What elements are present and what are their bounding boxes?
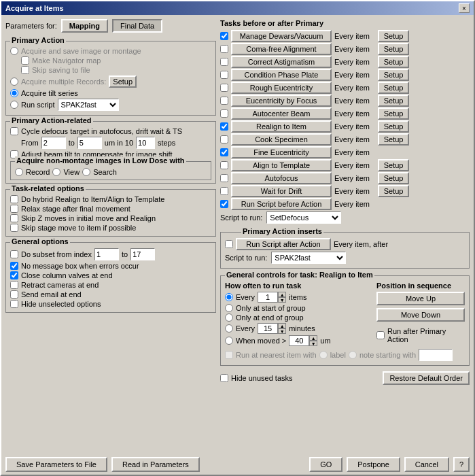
setup-multiple-btn[interactable]: Setup bbox=[109, 75, 137, 88]
every-min-input[interactable] bbox=[258, 323, 278, 334]
task-cb-5[interactable] bbox=[220, 97, 228, 105]
read-in-btn[interactable]: Read in Parameters bbox=[111, 457, 200, 472]
spinbox-min-up[interactable]: ▲ bbox=[278, 323, 286, 328]
spinbox-min-down[interactable]: ▼ bbox=[278, 328, 286, 334]
radio-end-group[interactable] bbox=[225, 313, 233, 322]
radio-start-group[interactable] bbox=[225, 304, 233, 312]
cb-make-nav[interactable] bbox=[21, 56, 29, 65]
close-button[interactable]: × bbox=[459, 3, 470, 13]
task-setup-btn-6[interactable]: Setup bbox=[378, 107, 409, 120]
radio-nearest-note[interactable] bbox=[349, 351, 357, 359]
task-cb-11[interactable] bbox=[220, 174, 228, 182]
cb-relax[interactable] bbox=[10, 205, 18, 213]
task-setup-btn-8[interactable]: Setup bbox=[378, 133, 409, 146]
task-setup-btn-12[interactable]: Setup bbox=[378, 185, 409, 197]
help-btn[interactable]: ? bbox=[453, 457, 470, 472]
task-cb-8[interactable] bbox=[220, 135, 228, 143]
spinbox-moved-up[interactable]: ▲ bbox=[309, 335, 317, 341]
run-script-after-btn[interactable]: Run Script after Action bbox=[236, 238, 331, 250]
script-select[interactable]: SPAK2fast bbox=[58, 99, 119, 111]
cb-send-email[interactable] bbox=[10, 290, 18, 299]
task-btn-7[interactable]: Realign to Item bbox=[231, 120, 332, 133]
task-cb-7[interactable] bbox=[220, 122, 228, 131]
cb-hybrid[interactable] bbox=[10, 195, 18, 203]
cb-skip-z[interactable] bbox=[10, 214, 18, 222]
spinbox-up[interactable]: ▲ bbox=[278, 292, 286, 297]
task-btn-3[interactable]: Condition Phase Plate bbox=[231, 69, 332, 81]
radio-run-script[interactable] bbox=[10, 101, 18, 109]
radio-when-moved[interactable] bbox=[225, 337, 233, 345]
task-cb-6[interactable] bbox=[220, 109, 228, 118]
radio-record[interactable] bbox=[15, 168, 23, 176]
radio-acquire-save[interactable] bbox=[10, 47, 18, 55]
move-up-btn[interactable]: Move Up bbox=[376, 292, 465, 305]
task-btn-6[interactable]: Autocenter Beam bbox=[231, 107, 332, 120]
cb-close-col[interactable] bbox=[10, 271, 18, 279]
cb-hide-unused[interactable] bbox=[220, 374, 228, 382]
note-input[interactable] bbox=[419, 349, 453, 361]
task-cb-0[interactable] bbox=[220, 32, 228, 40]
script-after-select[interactable]: SPAK2fast bbox=[271, 252, 346, 264]
task-btn-1[interactable]: Coma-free Alignment bbox=[231, 43, 332, 55]
cb-run-nearest[interactable] bbox=[225, 351, 233, 359]
radio-tilt-series[interactable] bbox=[10, 89, 18, 97]
task-cb-1[interactable] bbox=[220, 45, 228, 53]
task-setup-btn-7[interactable]: Setup bbox=[378, 120, 409, 133]
postpone-btn[interactable]: Postpone bbox=[347, 457, 400, 472]
task-setup-btn-4[interactable]: Setup bbox=[378, 82, 409, 94]
subset-from-input[interactable] bbox=[94, 248, 119, 260]
task-setup-btn-10[interactable]: Setup bbox=[378, 159, 409, 171]
task-btn-13[interactable]: Run Script before Action bbox=[231, 198, 332, 210]
go-btn[interactable]: GO bbox=[309, 457, 342, 472]
task-btn-11[interactable]: Autofocus bbox=[231, 172, 332, 184]
radio-gc-every[interactable] bbox=[225, 293, 233, 301]
spinbox-down[interactable]: ▼ bbox=[278, 297, 286, 303]
save-params-btn[interactable]: Save Parameters to File bbox=[5, 457, 107, 472]
cb-no-msg[interactable] bbox=[10, 262, 18, 270]
cb-run-script-after[interactable] bbox=[225, 240, 233, 248]
task-cb-12[interactable] bbox=[220, 187, 228, 195]
radio-nearest-label[interactable] bbox=[319, 351, 328, 359]
radio-every-min[interactable] bbox=[225, 324, 233, 333]
cb-skip-stage[interactable] bbox=[10, 224, 18, 232]
task-cb-13[interactable] bbox=[220, 200, 228, 208]
task-btn-2[interactable]: Correct Astigmatism bbox=[231, 56, 332, 68]
task-btn-4[interactable]: Rough Eucentricity bbox=[231, 82, 332, 94]
task-btn-12[interactable]: Wait for Drift bbox=[231, 185, 332, 197]
task-setup-btn-5[interactable]: Setup bbox=[378, 95, 409, 107]
task-setup-btn-2[interactable]: Setup bbox=[378, 56, 409, 68]
cb-run-after-primary[interactable] bbox=[376, 331, 385, 339]
task-cb-2[interactable] bbox=[220, 58, 228, 66]
cb-subset[interactable] bbox=[10, 250, 18, 258]
task-btn-8[interactable]: Cook Specimen bbox=[231, 133, 332, 146]
cb-cycle[interactable] bbox=[10, 127, 18, 135]
task-setup-btn-0[interactable]: Setup bbox=[378, 30, 409, 42]
every-val-input[interactable] bbox=[258, 292, 278, 303]
task-btn-5[interactable]: Eucentricity by Focus bbox=[231, 95, 332, 107]
task-btn-0[interactable]: Manage Dewars/Vacuum bbox=[231, 30, 332, 42]
restore-default-btn[interactable]: Restore Default Order bbox=[383, 371, 470, 385]
cb-retract[interactable] bbox=[10, 281, 18, 289]
task-setup-btn-11[interactable]: Setup bbox=[378, 172, 409, 184]
cb-hide-unselected[interactable] bbox=[10, 300, 18, 308]
radio-view[interactable] bbox=[52, 168, 60, 176]
move-down-btn[interactable]: Move Down bbox=[376, 308, 465, 322]
tab-mapping[interactable]: Mapping bbox=[61, 19, 108, 33]
tab-final-data[interactable]: Final Data bbox=[112, 19, 162, 33]
radio-multiple-records[interactable] bbox=[10, 78, 18, 86]
task-cb-4[interactable] bbox=[220, 84, 228, 92]
to-input[interactable] bbox=[77, 137, 102, 149]
cancel-btn[interactable]: Cancel bbox=[404, 457, 449, 472]
script-to-run-select[interactable]: SetDefocus bbox=[266, 211, 341, 224]
when-moved-input[interactable] bbox=[289, 335, 309, 346]
radio-search[interactable] bbox=[82, 168, 90, 176]
task-btn-9[interactable]: Fine Eucentricity bbox=[231, 146, 332, 158]
task-cb-10[interactable] bbox=[220, 161, 228, 169]
task-setup-btn-1[interactable]: Setup bbox=[378, 43, 409, 55]
steps-input[interactable] bbox=[136, 137, 155, 149]
task-cb-9[interactable] bbox=[220, 148, 228, 156]
subset-to-input[interactable] bbox=[130, 248, 155, 260]
spinbox-moved-down[interactable]: ▼ bbox=[309, 341, 317, 346]
cb-skip-saving[interactable] bbox=[21, 66, 29, 74]
task-setup-btn-3[interactable]: Setup bbox=[378, 69, 409, 81]
